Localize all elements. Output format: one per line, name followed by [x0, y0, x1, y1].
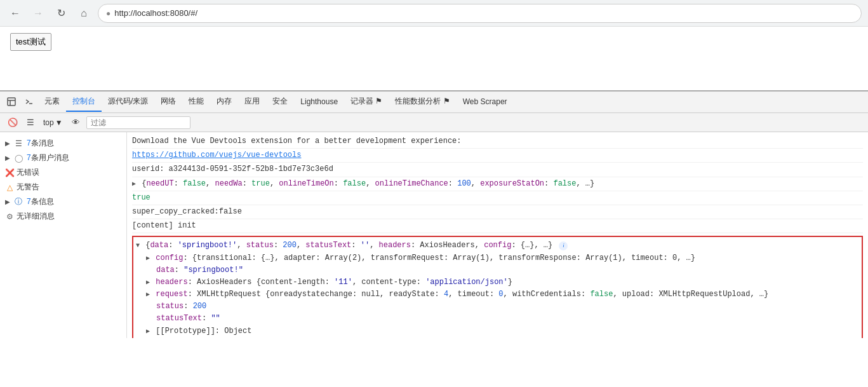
info-label: 7条信息: [25, 196, 54, 207]
console-line-userid: userid: a324413d-0591-352f-52b8-1bd7e73c…: [132, 163, 863, 177]
tab-recorder[interactable]: 记录器 ⚑: [344, 92, 389, 112]
response-status-line: status: 200: [136, 301, 859, 313]
console-response-block: ▼ {data: 'springboot!', status: 200, sta…: [132, 236, 863, 338]
test-tab-button[interactable]: test测试: [10, 33, 51, 51]
tab-console[interactable]: 控制台: [66, 92, 102, 112]
level-chevron: ▼: [55, 118, 63, 127]
devtools-sidebar: ▶ ☰ 7条消息 ▶ ◯ 7条用户消息 ❌ 无错误 △ 无警告 ▶ ⓘ 7条信息: [0, 132, 127, 338]
console-line-needut[interactable]: ▶ {needUT: false, needWa: true, onlineTi…: [132, 177, 863, 191]
response-headers-line[interactable]: ▶ headers: AxiosHeaders {content-length:…: [136, 276, 859, 289]
console-line-content-init: [content] init: [132, 219, 863, 233]
devtools-panel: 元素 控制台 源代码/来源 网络 性能 内存 应用 安全 Lighthouse …: [0, 90, 868, 338]
tab-memory[interactable]: 内存: [210, 92, 238, 112]
tab-sources[interactable]: 源代码/来源: [102, 92, 154, 112]
info-icon-sidebar: ⓘ: [14, 198, 23, 207]
prototype-expand-arrow[interactable]: ▶: [146, 328, 150, 335]
verbose-label: 无详细消息: [17, 211, 55, 222]
devtools-link[interactable]: https://github.com/vuejs/vue-devtools: [132, 151, 301, 160]
filter-input[interactable]: [86, 116, 190, 129]
response-statustext-line: statusText: "": [136, 313, 859, 325]
log-level-label: top: [43, 118, 54, 127]
response-root-line[interactable]: ▼ {data: 'springboot!', status: 200, sta…: [136, 240, 859, 252]
response-config-line[interactable]: ▶ config: {transitional: {…}, adapter: A…: [136, 252, 859, 264]
tab-security[interactable]: 安全: [266, 92, 294, 112]
needut-expand-arrow[interactable]: ▶: [132, 180, 136, 187]
sidebar-item-verbose[interactable]: ⚙ 无详细消息: [0, 209, 126, 224]
user-icon: ◯: [14, 154, 23, 163]
address-bar: ●: [98, 4, 862, 23]
user-messages-arrow: ▶: [5, 154, 10, 161]
tab-performance[interactable]: 性能: [182, 92, 210, 112]
headers-expand-arrow[interactable]: ▶: [146, 279, 150, 286]
tab-network[interactable]: 网络: [154, 92, 182, 112]
console-line-devtools-text: Download the Vue Devtools extension for …: [132, 135, 863, 149]
devtools-body: ▶ ☰ 7条消息 ▶ ◯ 7条用户消息 ❌ 无错误 △ 无警告 ▶ ⓘ 7条信息: [0, 132, 868, 338]
list-icon: ☰: [14, 139, 23, 148]
no-warnings-label: 无警告: [17, 182, 39, 193]
devtools-toolbar: 🚫 ☰ top ▼ 👁: [0, 113, 868, 132]
tab-webscraper[interactable]: Web Scraper: [457, 93, 514, 111]
tab-lighthouse[interactable]: Lighthouse: [294, 93, 344, 111]
error-icon: ❌: [5, 168, 14, 177]
svg-rect-0: [8, 98, 15, 105]
gear-icon: ⚙: [5, 212, 14, 221]
devtools-tabs-bar: 元素 控制台 源代码/来源 网络 性能 内存 应用 安全 Lighthouse …: [0, 92, 868, 113]
tab-elements[interactable]: 元素: [38, 92, 66, 112]
sidebar-item-all[interactable]: ▶ ☰ 7条消息: [0, 136, 126, 151]
sidebar-item-info[interactable]: ▶ ⓘ 7条信息: [0, 194, 126, 209]
sidebar-item-no-warnings[interactable]: △ 无警告: [0, 180, 126, 194]
clear-console-button[interactable]: 🚫: [5, 116, 20, 128]
all-messages-arrow: ▶: [5, 140, 10, 147]
console-line-devtools-link[interactable]: https://github.com/vuejs/vue-devtools: [132, 149, 863, 163]
filter-button[interactable]: ☰: [24, 116, 37, 128]
tab-application[interactable]: 应用: [238, 92, 266, 112]
response-data-line: data: "springboot!": [136, 264, 859, 276]
log-level-select[interactable]: top ▼: [41, 117, 65, 128]
forward-button[interactable]: →: [29, 4, 47, 22]
request-expand-arrow[interactable]: ▶: [146, 291, 150, 298]
info-arrow: ▶: [5, 198, 10, 205]
response-prototype-line[interactable]: ▶ [[Prototype]]: Object: [136, 325, 859, 337]
browser-toolbar: ← → ↻ ⌂ ●: [0, 0, 868, 27]
eye-button[interactable]: 👁: [69, 116, 83, 128]
url-input[interactable]: [114, 8, 853, 18]
console-line-true: true: [132, 191, 863, 205]
devtools-icon-inspect[interactable]: [3, 93, 20, 112]
page-content: test测试: [0, 27, 868, 90]
warning-icon: △: [5, 183, 14, 192]
config-expand-arrow[interactable]: ▶: [146, 255, 150, 262]
user-messages-label: 7条用户消息: [25, 153, 69, 163]
home-button[interactable]: ⌂: [75, 4, 93, 22]
root-expand-arrow[interactable]: ▼: [136, 242, 140, 249]
info-badge[interactable]: i: [559, 241, 568, 250]
sidebar-item-user-messages[interactable]: ▶ ◯ 7条用户消息: [0, 151, 126, 165]
lock-icon: ●: [106, 9, 110, 18]
devtools-icon-console[interactable]: [20, 93, 38, 112]
sidebar-item-no-errors[interactable]: ❌ 无错误: [0, 165, 126, 180]
all-messages-label: 7条消息: [25, 138, 54, 149]
back-button[interactable]: ←: [6, 4, 24, 22]
tab-perf-insights[interactable]: 性能数据分析 ⚑: [389, 92, 456, 112]
no-errors-label: 无错误: [17, 167, 39, 178]
console-line-super-copy: super_copy_cracked:false: [132, 205, 863, 219]
console-output: Download the Vue Devtools extension for …: [127, 132, 868, 338]
response-request-line[interactable]: ▶ request: XMLHttpRequest {onreadystatec…: [136, 289, 859, 301]
reload-button[interactable]: ↻: [52, 4, 70, 22]
